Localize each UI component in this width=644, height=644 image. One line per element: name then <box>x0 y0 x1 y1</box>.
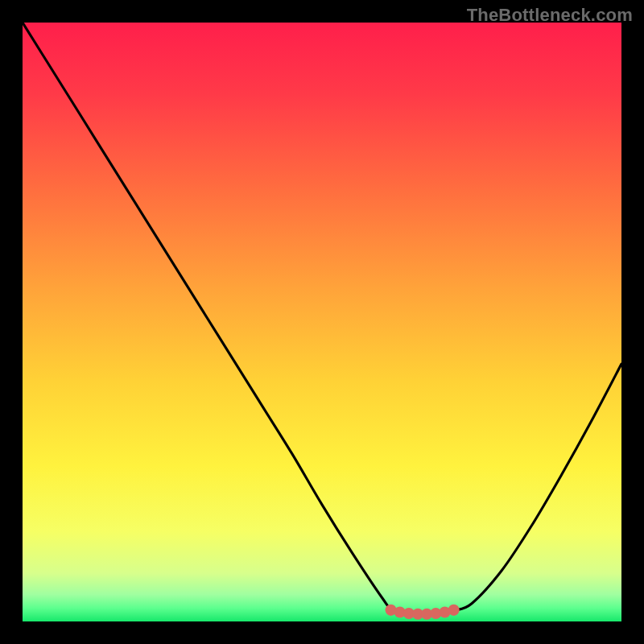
bottleneck-curve <box>23 23 621 614</box>
plot-area <box>23 23 621 621</box>
chart-svg <box>23 23 621 621</box>
watermark-text: TheBottleneck.com <box>467 5 633 26</box>
chart-frame: TheBottleneck.com <box>0 0 644 644</box>
marker-dot <box>448 605 460 616</box>
sweet-spot-marker <box>385 605 459 620</box>
